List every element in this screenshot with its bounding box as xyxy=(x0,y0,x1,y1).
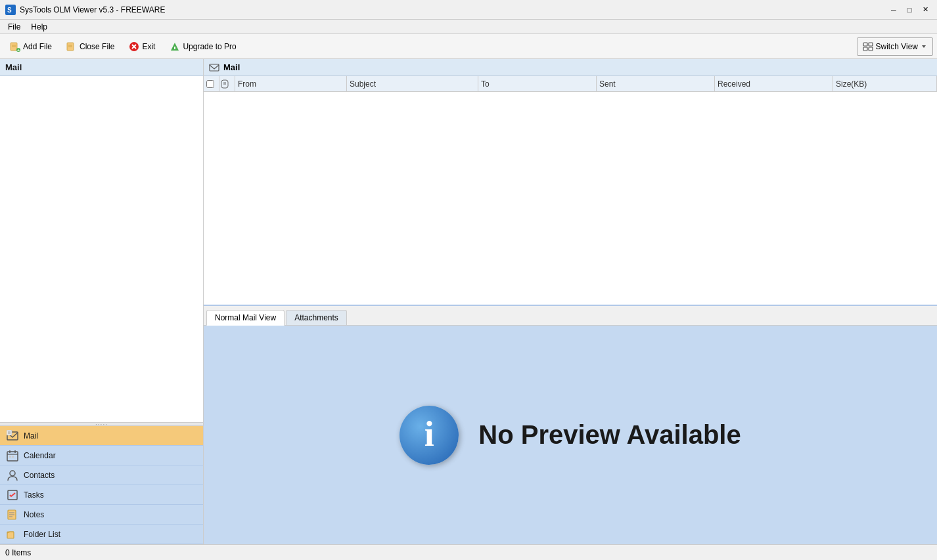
col-header-from: From xyxy=(235,76,347,91)
maximize-button[interactable]: □ xyxy=(903,3,916,16)
col-header-to: To xyxy=(478,76,597,91)
exit-button[interactable]: Exit xyxy=(123,37,161,56)
add-file-button[interactable]: + Add File xyxy=(4,37,58,56)
toolbar: + Add File Close File Exit Upgrade to Pr… xyxy=(0,34,937,59)
col-header-subject: Subject xyxy=(347,76,478,91)
close-file-icon xyxy=(66,41,77,52)
preview-area: i No Preview Available xyxy=(204,326,937,544)
svg-rect-17 xyxy=(863,47,867,51)
dropdown-arrow-icon xyxy=(921,43,927,50)
close-file-button[interactable]: Close File xyxy=(60,37,120,56)
svg-rect-14 xyxy=(174,47,175,49)
tab-normal-mail-view[interactable]: Normal Mail View xyxy=(206,310,285,326)
app-title: SysTools OLM Viewer v5.3 - FREEWARE xyxy=(20,5,165,14)
no-preview-text: No Preview Available xyxy=(478,420,741,450)
svg-rect-28 xyxy=(9,456,11,458)
col-header-received: Received xyxy=(715,76,833,91)
nav-item-notes[interactable]: Notes xyxy=(0,505,203,525)
title-bar: S SysTools OLM Viewer v5.3 - FREEWARE ─ … xyxy=(0,0,937,20)
calendar-nav-icon xyxy=(7,450,18,462)
items-count: 0 Items xyxy=(5,548,31,557)
svg-rect-38 xyxy=(210,64,219,71)
minimize-button[interactable]: ─ xyxy=(887,3,900,16)
status-bar: 0 Items xyxy=(0,544,937,560)
menu-help[interactable]: Help xyxy=(26,21,53,33)
nav-item-tasks[interactable]: Tasks xyxy=(0,485,203,505)
switch-view-icon xyxy=(863,41,873,52)
col-header-checkbox xyxy=(204,76,219,91)
add-file-icon: + xyxy=(10,41,20,52)
tab-attachments[interactable]: Attachments xyxy=(286,310,347,325)
menu-bar: File Help xyxy=(0,20,937,34)
nav-item-contacts[interactable]: Contacts xyxy=(0,465,203,485)
mail-section-header: Mail xyxy=(204,59,937,76)
col-header-attach xyxy=(219,76,235,91)
svg-text:+: + xyxy=(17,48,20,52)
left-panel-header: Mail xyxy=(0,59,203,76)
email-list-container[interactable]: From Subject To Sent Received Size(KB) xyxy=(204,76,937,306)
nav-panel: Mail Calendar Contacts xyxy=(0,426,203,544)
svg-rect-18 xyxy=(869,47,873,51)
left-panel: Mail Mail xyxy=(0,59,204,544)
folder-tree[interactable] xyxy=(0,76,203,422)
attachment-col-icon xyxy=(221,79,229,89)
svg-marker-19 xyxy=(922,45,926,48)
svg-rect-15 xyxy=(863,43,867,46)
preview-tabs-bar: Normal Mail View Attachments xyxy=(204,306,937,326)
tasks-nav-icon xyxy=(7,489,18,501)
notes-nav-icon xyxy=(7,509,18,521)
folder-list-nav-icon xyxy=(7,528,18,540)
upgrade-icon xyxy=(170,41,180,52)
col-header-sent: Sent xyxy=(597,76,715,91)
switch-view-button[interactable]: Switch View xyxy=(857,37,933,56)
app-icon: S xyxy=(5,5,16,15)
exit-icon xyxy=(129,41,139,52)
no-preview-container: i No Preview Available xyxy=(400,406,741,465)
nav-item-mail[interactable]: Mail xyxy=(0,426,203,446)
col-header-size: Size(KB) xyxy=(833,76,937,91)
mail-section-title: Mail xyxy=(223,62,240,72)
svg-text:S: S xyxy=(7,7,12,14)
nav-item-folder-list[interactable]: Folder List xyxy=(0,525,203,544)
main-content: Mail Mail xyxy=(0,59,937,544)
email-list-header: From Subject To Sent Received Size(KB) xyxy=(204,76,937,92)
mail-header-icon xyxy=(209,62,219,73)
contacts-nav-icon xyxy=(7,469,18,481)
close-button[interactable]: ✕ xyxy=(919,3,932,16)
mail-nav-icon xyxy=(7,430,18,442)
right-panel: Mail From Subject To Sent Rec xyxy=(204,59,937,544)
nav-item-calendar[interactable]: Calendar xyxy=(0,446,203,465)
select-all-checkbox[interactable] xyxy=(206,80,214,88)
svg-point-30 xyxy=(10,471,15,476)
svg-rect-16 xyxy=(869,43,873,46)
svg-rect-21 xyxy=(7,430,12,435)
upgrade-button[interactable]: Upgrade to Pro xyxy=(164,37,242,56)
info-icon: i xyxy=(400,406,459,465)
menu-file[interactable]: File xyxy=(3,21,26,33)
svg-rect-29 xyxy=(12,456,14,458)
